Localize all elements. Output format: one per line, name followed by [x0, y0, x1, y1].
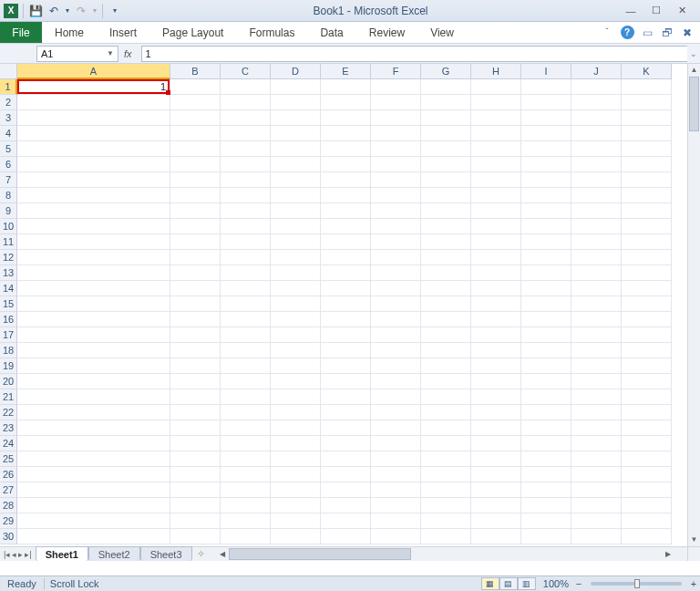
cell-A12[interactable] — [17, 250, 170, 265]
column-header-A[interactable]: A — [17, 64, 170, 79]
window-restore-icon[interactable]: ▭ — [640, 26, 654, 40]
cell-K2[interactable] — [622, 95, 672, 110]
cell-J23[interactable] — [571, 420, 622, 436]
cell-G25[interactable] — [421, 451, 471, 467]
cell-I27[interactable] — [521, 482, 571, 498]
cell-J22[interactable] — [571, 405, 622, 420]
cell-C1[interactable] — [221, 79, 271, 95]
cell-E21[interactable] — [321, 389, 371, 405]
cell-H2[interactable] — [471, 95, 521, 110]
cell-A9[interactable] — [17, 203, 170, 219]
cell-C26[interactable] — [221, 467, 271, 482]
row-header-22[interactable]: 22 — [0, 405, 17, 420]
cell-C13[interactable] — [221, 265, 271, 281]
cell-B24[interactable] — [170, 436, 221, 451]
sheet-tab-sheet1[interactable]: Sheet1 — [36, 546, 88, 561]
cell-A14[interactable] — [17, 281, 170, 296]
scroll-up-icon[interactable]: ▲ — [688, 64, 700, 77]
cell-E25[interactable] — [321, 451, 371, 467]
cell-F2[interactable] — [371, 95, 421, 110]
cell-F29[interactable] — [371, 513, 421, 529]
cell-C16[interactable] — [221, 312, 271, 327]
cell-E22[interactable] — [321, 405, 371, 420]
row-header-8[interactable]: 8 — [0, 188, 17, 203]
maximize-button[interactable]: ☐ — [643, 3, 669, 19]
row-header-26[interactable]: 26 — [0, 467, 17, 482]
row-header-14[interactable]: 14 — [0, 281, 17, 296]
cell-C17[interactable] — [221, 327, 271, 343]
cell-E29[interactable] — [321, 513, 371, 529]
cell-E11[interactable] — [321, 234, 371, 250]
cell-E9[interactable] — [321, 203, 371, 219]
cell-K21[interactable] — [622, 389, 672, 405]
undo-icon[interactable]: ↶ — [46, 3, 62, 19]
cell-D24[interactable] — [271, 436, 321, 451]
cell-F26[interactable] — [371, 467, 421, 482]
cell-G18[interactable] — [421, 343, 471, 358]
cell-H26[interactable] — [471, 467, 521, 482]
cell-I4[interactable] — [521, 126, 571, 141]
cell-B5[interactable] — [170, 141, 221, 157]
cell-C9[interactable] — [221, 203, 271, 219]
cell-J24[interactable] — [571, 436, 622, 451]
cell-I30[interactable] — [521, 529, 571, 544]
cell-I26[interactable] — [521, 467, 571, 482]
cell-D1[interactable] — [271, 79, 321, 95]
cell-J9[interactable] — [571, 203, 622, 219]
cell-D15[interactable] — [271, 296, 321, 312]
cell-A30[interactable] — [17, 529, 170, 544]
cell-J11[interactable] — [571, 234, 622, 250]
hscroll-thumb[interactable] — [229, 548, 411, 560]
row-header-9[interactable]: 9 — [0, 203, 17, 219]
cell-A16[interactable] — [17, 312, 170, 327]
cell-I20[interactable] — [521, 374, 571, 389]
column-header-J[interactable]: J — [571, 64, 622, 79]
cell-C10[interactable] — [221, 219, 271, 234]
cell-H16[interactable] — [471, 312, 521, 327]
qat-customize-icon[interactable]: ▾ — [107, 3, 123, 19]
cell-F30[interactable] — [371, 529, 421, 544]
cell-B20[interactable] — [170, 374, 221, 389]
excel-logo-icon[interactable] — [3, 3, 19, 19]
column-header-G[interactable]: G — [421, 64, 471, 79]
cell-D10[interactable] — [271, 219, 321, 234]
cell-D14[interactable] — [271, 281, 321, 296]
cell-I3[interactable] — [521, 110, 571, 126]
column-header-F[interactable]: F — [371, 64, 421, 79]
cell-F20[interactable] — [371, 374, 421, 389]
cell-G2[interactable] — [421, 95, 471, 110]
sheet-first-icon[interactable]: |◂ — [4, 550, 10, 559]
cell-J16[interactable] — [571, 312, 622, 327]
cell-B6[interactable] — [170, 157, 221, 172]
cell-F15[interactable] — [371, 296, 421, 312]
cell-K25[interactable] — [622, 451, 672, 467]
cell-G7[interactable] — [421, 172, 471, 188]
cell-G29[interactable] — [421, 513, 471, 529]
zoom-slider[interactable] — [591, 582, 682, 586]
cell-B16[interactable] — [170, 312, 221, 327]
row-header-4[interactable]: 4 — [0, 126, 17, 141]
cell-K20[interactable] — [622, 374, 672, 389]
cell-F6[interactable] — [371, 157, 421, 172]
cell-D25[interactable] — [271, 451, 321, 467]
cell-H8[interactable] — [471, 188, 521, 203]
cell-K23[interactable] — [622, 420, 672, 436]
cell-D11[interactable] — [271, 234, 321, 250]
cell-F22[interactable] — [371, 405, 421, 420]
fx-icon[interactable]: fx — [124, 48, 132, 59]
row-header-15[interactable]: 15 — [0, 296, 17, 312]
cell-B18[interactable] — [170, 343, 221, 358]
cell-H14[interactable] — [471, 281, 521, 296]
tab-data[interactable]: Data — [307, 22, 355, 43]
cell-J30[interactable] — [571, 529, 622, 544]
tab-view[interactable]: View — [417, 22, 467, 43]
cell-H22[interactable] — [471, 405, 521, 420]
row-header-10[interactable]: 10 — [0, 219, 17, 234]
cell-K29[interactable] — [622, 513, 672, 529]
cell-A27[interactable] — [17, 482, 170, 498]
cell-K6[interactable] — [622, 157, 672, 172]
cell-K17[interactable] — [622, 327, 672, 343]
cell-F11[interactable] — [371, 234, 421, 250]
cell-K28[interactable] — [622, 498, 672, 513]
cell-F23[interactable] — [371, 420, 421, 436]
